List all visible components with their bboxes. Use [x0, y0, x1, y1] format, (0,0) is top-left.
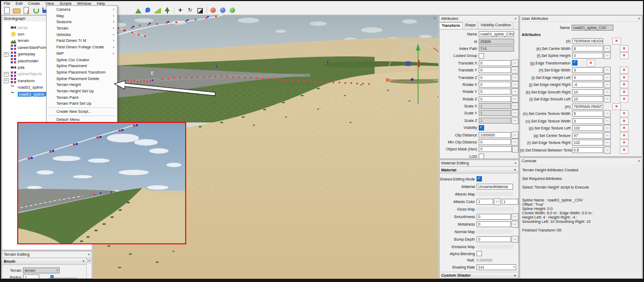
- user-attribute-input[interactable]: 8: [572, 46, 603, 52]
- delete-attribute-button[interactable]: ×: [620, 52, 628, 59]
- tab-transform[interactable]: Transform: [440, 22, 463, 29]
- more-button[interactable]: [512, 146, 518, 153]
- stepper-control[interactable]: [604, 45, 611, 52]
- menu-item[interactable]: Terrain Paint ›: [47, 95, 117, 101]
- stepper-control[interactable]: [604, 52, 611, 59]
- menu-item[interactable]: Camera ›: [47, 6, 117, 13]
- close-icon[interactable]: ×: [638, 158, 640, 164]
- stepper-control[interactable]: [511, 81, 518, 88]
- stepper-control[interactable]: [511, 96, 518, 103]
- normal-map-slot[interactable]: [477, 229, 513, 234]
- attribute-input[interactable]: 0: [479, 89, 511, 95]
- stepper-control[interactable]: [511, 221, 518, 228]
- delete-attribute-button[interactable]: ×: [620, 45, 628, 52]
- menu-item[interactable]: Spline Csv Creator ›: [47, 57, 117, 63]
- menu-item[interactable]: Terrain Height ›: [47, 82, 117, 88]
- user-attribute-input[interactable]: 3: [572, 118, 603, 124]
- attribute-input[interactable]: 1: [479, 103, 511, 109]
- user-attribute-input[interactable]: 0: [572, 53, 603, 59]
- user-attribute-input[interactable]: 97: [572, 133, 603, 139]
- albedo-map-slot[interactable]: [477, 192, 513, 196]
- shared-editing-checkbox[interactable]: [477, 176, 482, 182]
- attribute-checkbox[interactable]: [479, 125, 484, 131]
- tab-visibility-condition[interactable]: Visibility Condition: [478, 22, 514, 29]
- expand-icon[interactable]: [4, 78, 9, 83]
- stepper-control[interactable]: [604, 96, 611, 103]
- new-file-icon[interactable]: [3, 7, 11, 14]
- brush-section-bar[interactable]: Brush: [2, 258, 87, 265]
- tree-placement-icon[interactable]: [164, 7, 171, 14]
- stepper-control[interactable]: [604, 125, 611, 132]
- terrain-paint-icon[interactable]: [144, 7, 152, 14]
- delete-attribute-button[interactable]: ×: [612, 103, 621, 110]
- shading-rate-select[interactable]: 1x1: [477, 264, 516, 270]
- terrain-foliage-icon[interactable]: [154, 7, 162, 14]
- attribute-input[interactable]: 1: [479, 110, 511, 116]
- user-attribute-input[interactable]: 5: [572, 111, 603, 117]
- material-name-input[interactable]: UnnamedMaterial: [477, 184, 513, 190]
- stepper-control[interactable]: [604, 81, 611, 88]
- stepper-control[interactable]: [511, 139, 518, 146]
- bump-depth-input[interactable]: 0: [477, 236, 511, 242]
- stepper-control[interactable]: [494, 198, 501, 205]
- user-attribute-input[interactable]: 4: [572, 75, 603, 81]
- user-attribute-input[interactable]: -4: [572, 82, 603, 88]
- refresh-icon[interactable]: [32, 7, 40, 14]
- radius-input[interactable]: 1: [23, 274, 39, 279]
- menu-item-create-new-script[interactable]: Create New Script...: [47, 109, 117, 115]
- close-icon[interactable]: ×: [514, 160, 517, 166]
- delete-attribute-button[interactable]: ×: [620, 147, 628, 154]
- menu-item[interactable]: IWP ›: [47, 50, 117, 57]
- stepper-control[interactable]: [604, 74, 611, 81]
- delete-attribute-button[interactable]: ×: [620, 81, 628, 88]
- close-icon[interactable]: ×: [514, 16, 517, 21]
- delete-attribute-button[interactable]: ×: [620, 125, 628, 132]
- stepper-control[interactable]: [604, 147, 611, 154]
- physics-red-icon[interactable]: [210, 7, 217, 14]
- attribute-input[interactable]: 7>1: [479, 46, 514, 52]
- stepper-control[interactable]: [511, 88, 518, 95]
- menu-item[interactable]: Terrain Paint Set Up ›: [47, 100, 117, 107]
- menu-item[interactable]: Terrain Height Set Up ›: [47, 88, 117, 95]
- stepper-control[interactable]: [511, 213, 518, 220]
- delete-attribute-button[interactable]: ×: [587, 60, 595, 67]
- delete-attribute-button[interactable]: ×: [620, 139, 628, 146]
- menu-item[interactable]: Spline Placement Transform ›: [47, 69, 117, 76]
- stepper-control[interactable]: [604, 89, 611, 96]
- attribute-input[interactable]: 0: [479, 75, 511, 81]
- attribute-checkbox[interactable]: [479, 154, 484, 159]
- delete-attribute-button[interactable]: ×: [612, 38, 621, 45]
- stepper-control[interactable]: [604, 67, 611, 74]
- stepper-control[interactable]: [604, 132, 611, 139]
- stepper-control[interactable]: [604, 118, 611, 125]
- scale-tool-icon[interactable]: [196, 7, 204, 14]
- expand-icon[interactable]: [4, 72, 9, 77]
- terrain-select[interactable]: terrain: [23, 267, 60, 273]
- close-icon[interactable]: ×: [638, 16, 640, 21]
- alpha-blending-checkbox[interactable]: [477, 251, 482, 256]
- attribute-input[interactable]: 0: [479, 67, 511, 73]
- menu-item[interactable]: Spline Placement Delete ›: [47, 76, 117, 82]
- menu-bar-item[interactable]: Edit: [13, 1, 25, 6]
- user-attribute-checkbox[interactable]: [572, 60, 577, 66]
- menu-item[interactable]: Spline Placement ›: [47, 63, 117, 69]
- user-attribute-input[interactable]: 102: [572, 140, 603, 146]
- rotate-tool-icon[interactable]: [187, 7, 194, 14]
- stepper-control[interactable]: [511, 132, 518, 139]
- delete-attribute-button[interactable]: ×: [620, 96, 628, 103]
- user-attribute-input[interactable]: 10: [572, 89, 603, 95]
- stepper-control[interactable]: [604, 110, 611, 117]
- attribute-input[interactable]: 1000000: [479, 132, 511, 138]
- menu-item[interactable]: Vehicles ›: [47, 32, 117, 38]
- user-attribute-input[interactable]: 0.5: [572, 147, 603, 153]
- viewport-close-icon[interactable]: x: [434, 16, 436, 20]
- user-attribute-input[interactable]: TERRAIN PAINT: [572, 104, 603, 110]
- user-attribute-input[interactable]: 10: [572, 96, 603, 102]
- terrain-sculpt-icon[interactable]: [135, 7, 142, 14]
- smoothness-input[interactable]: 0: [477, 214, 511, 220]
- delete-attribute-button[interactable]: ×: [620, 110, 628, 117]
- user-attribute-input[interactable]: TERRAIN HEIGHT: [572, 38, 603, 44]
- attribute-checkbox[interactable]: [479, 53, 484, 59]
- stepper-control[interactable]: [511, 103, 518, 110]
- stepper-control[interactable]: [511, 60, 518, 67]
